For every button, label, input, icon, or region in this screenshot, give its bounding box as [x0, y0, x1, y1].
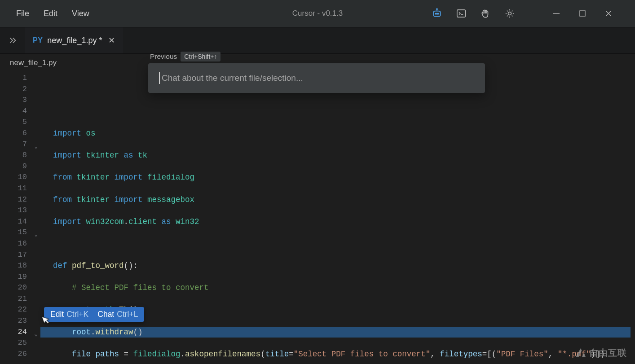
- line-number-gutter: 123456⌄7891011121314⌄151617181920212223⌄…: [0, 72, 40, 364]
- minimize-button[interactable]: [550, 9, 563, 18]
- chat-input[interactable]: [159, 72, 485, 84]
- wave-icon[interactable]: [480, 8, 491, 19]
- inline-chat-action[interactable]: Chat: [97, 310, 114, 319]
- titlebar-right: [431, 8, 631, 19]
- svg-rect-9: [580, 11, 585, 16]
- close-button[interactable]: [602, 9, 615, 18]
- watermark: 自由互联: [574, 346, 627, 360]
- chat-popup-header: Previous Ctrl+Shift+↑: [148, 52, 485, 61]
- menu-view[interactable]: View: [65, 6, 97, 21]
- menu-file[interactable]: File: [9, 6, 36, 21]
- svg-point-1: [436, 13, 437, 14]
- breadcrumb-file[interactable]: new_file_1.py: [10, 58, 57, 67]
- inline-chat-shortcut: Ctrl+L: [117, 310, 138, 319]
- tab-bar: PY new_file_1.py * ✕: [0, 27, 635, 54]
- svg-point-7: [508, 12, 512, 15]
- menu-edit[interactable]: Edit: [36, 6, 65, 21]
- inline-edit-action[interactable]: Edit: [50, 310, 64, 319]
- gear-icon[interactable]: [504, 8, 516, 19]
- main-menu: File Edit View: [0, 6, 97, 21]
- chat-previous-shortcut: Ctrl+Shift+↑: [181, 52, 220, 61]
- tab-filename: new_file_1.py *: [47, 36, 102, 45]
- svg-rect-5: [457, 10, 465, 17]
- chat-input-box: [148, 63, 485, 93]
- tab-overflow-icon[interactable]: [0, 27, 25, 53]
- chat-previous-label[interactable]: Previous: [150, 53, 177, 61]
- inline-actions-tooltip: Edit Ctrl+K Chat Ctrl+L: [44, 307, 144, 322]
- terminal-icon[interactable]: [455, 8, 467, 19]
- inline-edit-shortcut: Ctrl+K: [66, 310, 88, 319]
- tab-close-icon[interactable]: ✕: [108, 35, 115, 45]
- svg-point-4: [437, 9, 437, 9]
- maximize-button[interactable]: [576, 9, 589, 18]
- svg-point-2: [437, 13, 439, 14]
- tab-language-badge: PY: [33, 36, 43, 44]
- robot-icon[interactable]: [431, 8, 443, 19]
- chat-popup: Previous Ctrl+Shift+↑: [148, 52, 485, 93]
- tab-active[interactable]: PY new_file_1.py * ✕: [25, 27, 123, 53]
- title-bar: File Edit View Cursor - v0.1.3: [0, 0, 635, 27]
- editor-area: 123456⌄7891011121314⌄151617181920212223⌄…: [0, 72, 635, 364]
